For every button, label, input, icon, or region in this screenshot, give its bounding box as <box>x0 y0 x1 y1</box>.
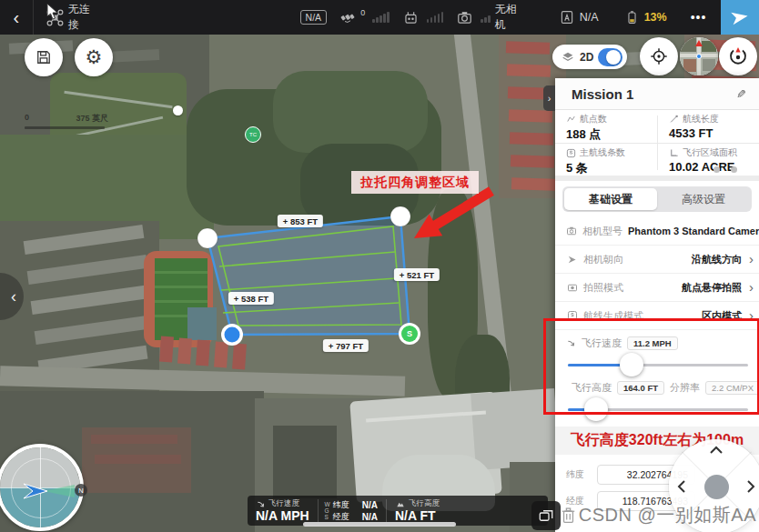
home-indicator[interactable] <box>303 522 456 527</box>
takeoff-button[interactable] <box>721 0 759 35</box>
gps-signal-bars <box>372 12 390 23</box>
telemetry-lat-value: N/A <box>362 499 378 511</box>
stat-area: 飞行区域面积 10.02 ACRE <box>658 144 759 176</box>
waypoints-icon <box>566 115 576 124</box>
rc-signal-bars <box>427 12 444 23</box>
flight-altitude-group: 飞行高度 164.0 FT 分辨率 2.2 CM/PX <box>555 379 759 424</box>
delete-area-button[interactable] <box>561 506 576 525</box>
edge-length-top: + 853 FT <box>278 215 323 227</box>
back-icon: ‹ <box>13 7 19 28</box>
settings-tabs: 基础设置 高级设置 <box>562 186 752 212</box>
annotation-drag-corners: 拉托四角调整区域 <box>351 171 479 194</box>
collapse-left-icon: ‹ <box>11 287 16 306</box>
stat-main-lines: 主航线条数 5 条 <box>555 144 657 176</box>
satellite-count: 0 <box>360 8 365 17</box>
chevron-right-icon: › <box>749 255 754 264</box>
mission-stats: 航点数 188 点 航线长度 4533 FT 主航线条数 5 条 <box>555 110 759 181</box>
altitude-slider-thumb[interactable] <box>584 397 608 421</box>
flight-speed-group: 飞行速度 11.2 MPH <box>555 330 759 379</box>
edge-length-right: + 521 FT <box>394 268 440 281</box>
save-mission-button[interactable] <box>25 38 63 76</box>
more-options-button[interactable]: ••• <box>691 10 707 25</box>
minimap-button[interactable] <box>680 37 718 75</box>
save-icon <box>35 48 53 66</box>
camera-status: 无相机 <box>495 2 517 33</box>
setting-route-mode[interactable]: 航线生成模式 区内模式 › <box>555 302 759 330</box>
edge-length-bottom: + 797 FT <box>323 339 369 352</box>
camera-heading-icon <box>566 255 578 265</box>
altitude-label: 飞行高度 <box>572 381 612 395</box>
gps-mode-badge: N/A <box>300 10 328 25</box>
locate-button[interactable] <box>640 37 678 75</box>
telemetry-speed-value: N/A MPH <box>256 509 309 523</box>
setting-camera-model[interactable]: 相机型号 Phantom 3 Standard Camera › <box>555 217 759 246</box>
locate-target-icon <box>649 46 669 66</box>
compass-reset-button[interactable] <box>719 37 757 75</box>
altitude-value[interactable]: 164.0 FT <box>617 381 664 395</box>
battery-icon <box>624 9 640 25</box>
panel-collapse-icon: › <box>548 93 552 104</box>
map-2d-label: 2D <box>580 51 593 64</box>
scale-zero: 0 <box>25 113 29 125</box>
compass-north-badge: N <box>75 484 87 497</box>
back-button[interactable]: ‹ <box>0 0 34 35</box>
nudge-up-button[interactable] <box>709 445 724 456</box>
edit-mission-icon[interactable]: ✎ <box>736 87 746 101</box>
flight-mode-value: N/A <box>580 11 599 24</box>
layers-icon <box>561 50 575 65</box>
stats-page-dots[interactable] <box>713 166 737 173</box>
2d-toggle-switch[interactable] <box>598 48 622 66</box>
mission-header: Mission 1 ✎ <box>555 78 759 110</box>
satellite-icon <box>339 9 356 25</box>
speed-icon <box>566 338 576 348</box>
stat-waypoints: 航点数 188 点 <box>555 110 657 143</box>
speed-slider[interactable] <box>566 352 750 377</box>
setting-photo-mode[interactable]: 拍照模式 航点悬停拍照 › <box>555 274 759 302</box>
nudge-right-button[interactable] <box>745 479 756 494</box>
aircraft-heading-icon <box>13 475 76 507</box>
tab-advanced-settings[interactable]: 高级设置 <box>657 188 750 210</box>
mouse-cursor <box>46 3 59 21</box>
speed-icon <box>256 499 266 509</box>
setting-camera-heading[interactable]: 相机朝向 沿航线方向 › <box>555 246 759 274</box>
minimap-thumbnail <box>680 37 718 75</box>
resolution-label: 分辨率 <box>670 381 700 395</box>
route-start-marker[interactable]: S <box>404 328 415 339</box>
panel-collapse-button[interactable]: › <box>543 85 555 111</box>
scale-distance: 375 英尺 <box>76 113 108 125</box>
edge-length-left: + 538 FT <box>228 292 274 305</box>
telemetry-lat-label: 纬度 <box>333 499 349 511</box>
battery-percent: 13% <box>644 11 667 24</box>
tab-basic-settings[interactable]: 基础设置 <box>564 188 657 210</box>
map-mode-toggle-pill[interactable]: 2D <box>552 45 627 69</box>
speed-slider-thumb[interactable] <box>620 353 643 376</box>
chevron-right-icon: › <box>749 283 754 292</box>
map-settings-button[interactable]: ⚙ <box>75 38 113 76</box>
nudge-left-button[interactable] <box>676 479 687 494</box>
latitude-label: 纬度 <box>566 468 588 481</box>
telemetry-lng-label: 经度 <box>333 511 349 523</box>
photo-stack-button[interactable] <box>531 501 561 530</box>
route-mode-icon <box>566 310 578 321</box>
remote-controller-icon <box>402 9 420 26</box>
status-bar: ‹ 无连接 N/A 0 <box>0 0 759 35</box>
map-poi-dot <box>173 105 183 115</box>
stat-route-length: 航线长度 4533 FT <box>658 110 759 143</box>
speed-label: 飞行速度 <box>582 336 622 350</box>
nudge-center-button[interactable] <box>704 475 729 499</box>
resolution-value: 2.2 CM/PX <box>705 381 759 395</box>
attitude-compass-widget <box>0 444 84 531</box>
map-scale-bar: 0 375 英尺 <box>25 113 108 129</box>
flight-mode-icon <box>559 9 575 25</box>
speed-value[interactable]: 11.2 MPH <box>627 336 678 350</box>
connection-status: 无连接 <box>68 2 93 33</box>
takeoff-plane-icon <box>730 7 750 27</box>
map-poi-tc-marker: TC <box>245 126 261 143</box>
csdn-watermark: CSDN @一别如斯AA <box>579 503 756 527</box>
altitude-slider[interactable] <box>566 396 750 422</box>
s-route-icon <box>566 148 576 158</box>
mission-title: Mission 1 <box>572 86 633 102</box>
compass-icon <box>727 45 749 67</box>
telemetry-lng-value: N/A <box>362 511 378 523</box>
photo-stack-icon <box>538 507 554 524</box>
